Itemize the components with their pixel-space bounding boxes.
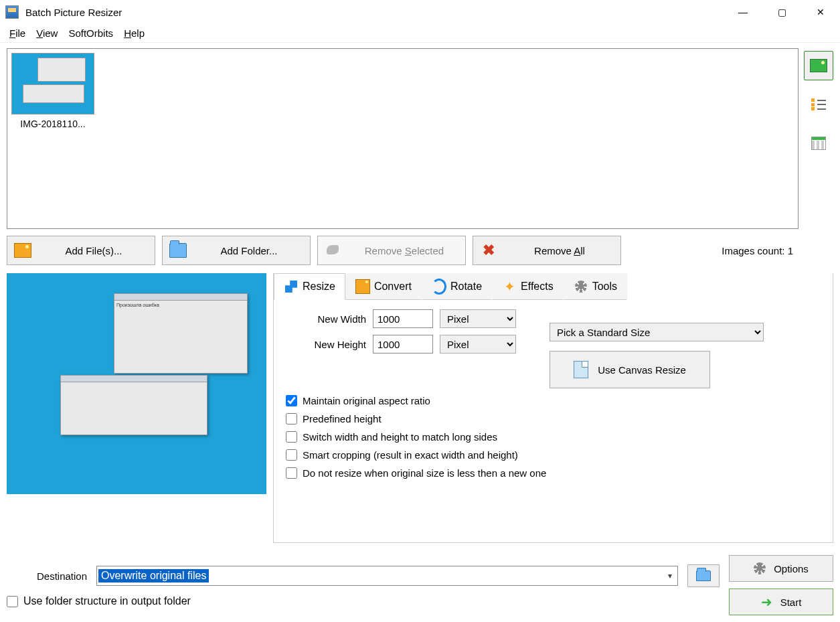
no-upscale-checkbox[interactable] <box>286 467 297 479</box>
maintain-ratio-checkbox[interactable] <box>286 395 297 406</box>
view-toolbar <box>804 48 833 229</box>
view-thumbnails-button[interactable] <box>804 51 833 80</box>
destination-label: Destination <box>7 570 87 582</box>
canvas-resize-button[interactable]: Use Canvas Resize <box>550 351 710 388</box>
add-files-button[interactable]: Add File(s)... <box>7 236 155 265</box>
grid-icon <box>811 137 826 150</box>
no-upscale-label: Do not resize when original size is less… <box>303 467 546 479</box>
preview-image: Произошла ошибка <box>7 273 266 494</box>
browse-button[interactable] <box>687 564 720 587</box>
new-width-label: New Width <box>286 313 366 325</box>
resize-tab-body: New Width Pixel New Height Pixel Pick a … <box>274 300 833 542</box>
rotate-icon <box>432 279 446 294</box>
remove-all-label: Remove All <box>505 245 614 256</box>
thumbnail-item[interactable]: IMG-2018110... <box>11 53 94 129</box>
thumbnail-image <box>11 53 94 114</box>
folder-structure-checkbox[interactable] <box>7 596 18 607</box>
app-icon <box>5 5 19 19</box>
predefined-height-label: Predefined height <box>303 413 382 424</box>
image-icon <box>810 59 827 72</box>
brush-icon <box>325 243 342 258</box>
new-height-label: New Height <box>286 339 366 350</box>
menubar: File View SoftOrbits Help <box>0 24 840 43</box>
width-unit-select[interactable]: Pixel <box>440 309 516 328</box>
images-count: Images count: 1 <box>722 245 833 256</box>
view-list-button[interactable] <box>804 90 833 119</box>
play-icon: ➜ <box>761 594 772 610</box>
height-unit-select[interactable]: Pixel <box>440 335 516 354</box>
image-icon <box>14 243 31 258</box>
settings-pane: Resize Convert Rotate Effects Tools New … <box>273 273 833 543</box>
remove-selected-label: Remove Selected <box>350 245 458 256</box>
tab-convert[interactable]: Convert <box>345 273 422 300</box>
destination-value: Overwrite original files <box>98 569 209 582</box>
chevron-down-icon: ▾ <box>668 571 672 580</box>
switch-wh-label: Switch width and height to match long si… <box>303 431 497 443</box>
menu-view[interactable]: View <box>31 26 63 40</box>
predefined-height-checkbox[interactable] <box>286 413 297 424</box>
folder-icon <box>169 243 187 258</box>
resize-icon <box>284 279 299 294</box>
x-icon: ✖ <box>480 243 497 258</box>
titlebar: Batch Picture Resizer — ▢ ✕ <box>0 0 840 24</box>
switch-wh-checkbox[interactable] <box>286 431 297 443</box>
remove-selected-button[interactable]: Remove Selected <box>317 236 466 265</box>
options-button[interactable]: Options <box>729 555 833 582</box>
convert-icon <box>355 279 370 294</box>
add-folder-button[interactable]: Add Folder... <box>162 236 311 265</box>
page-icon <box>574 361 588 378</box>
thumbnail-caption: IMG-2018110... <box>20 119 85 129</box>
tabstrip: Resize Convert Rotate Effects Tools <box>274 273 833 300</box>
actions-row: Add File(s)... Add Folder... Remove Sele… <box>7 236 833 265</box>
tab-tools[interactable]: Tools <box>564 273 627 300</box>
gear-icon <box>754 562 766 574</box>
standard-size-select[interactable]: Pick a Standard Size <box>550 323 764 341</box>
thumbnails-panel[interactable]: IMG-2018110... <box>7 48 799 229</box>
tab-rotate[interactable]: Rotate <box>422 273 492 300</box>
smart-crop-label: Smart cropping (result in exact width an… <box>303 449 518 461</box>
close-button[interactable]: ✕ <box>801 0 840 24</box>
tab-effects[interactable]: Effects <box>492 273 564 300</box>
menu-help[interactable]: Help <box>118 26 150 40</box>
maintain-ratio-label: Maintain original aspect ratio <box>303 395 430 406</box>
folder-icon <box>696 570 711 581</box>
maximize-button[interactable]: ▢ <box>762 0 801 24</box>
tools-icon <box>574 279 588 294</box>
menu-file[interactable]: File <box>4 26 31 40</box>
list-icon <box>811 98 826 110</box>
minimize-button[interactable]: — <box>724 0 762 24</box>
add-files-label: Add File(s)... <box>39 245 148 256</box>
new-height-input[interactable] <box>373 335 433 354</box>
smart-crop-checkbox[interactable] <box>286 449 297 461</box>
start-button[interactable]: ➜Start <box>729 589 833 615</box>
tab-resize[interactable]: Resize <box>274 273 345 300</box>
new-width-input[interactable] <box>373 309 433 328</box>
destination-select[interactable]: Overwrite original files ▾ <box>96 566 678 586</box>
remove-all-button[interactable]: ✖ Remove All <box>473 236 621 265</box>
menu-softorbits[interactable]: SoftOrbits <box>63 26 118 40</box>
view-details-button[interactable] <box>804 129 833 158</box>
effects-icon <box>502 279 517 294</box>
add-folder-label: Add Folder... <box>195 245 303 256</box>
window-title: Batch Picture Resizer <box>25 7 122 18</box>
folder-structure-label: Use folder structure in output folder <box>23 595 191 607</box>
